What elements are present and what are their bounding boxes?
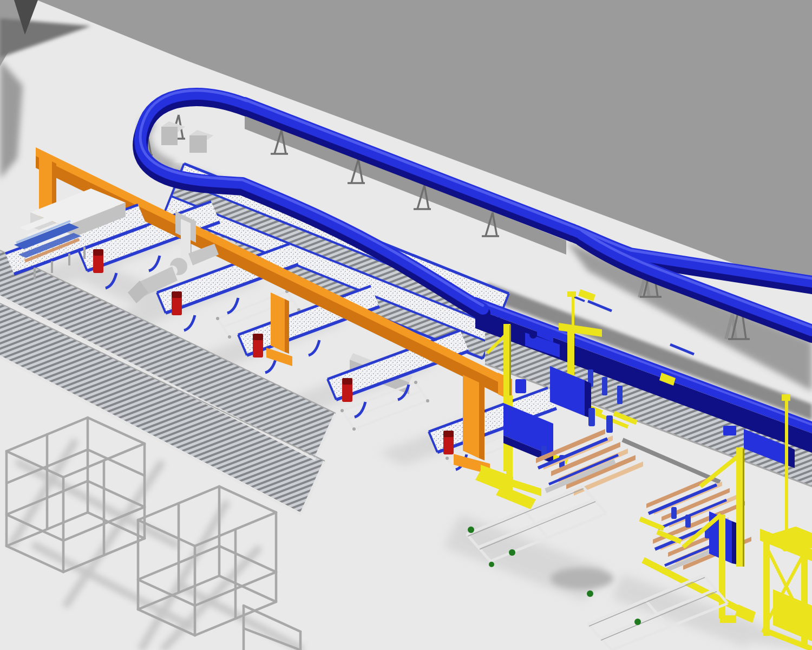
conveyor-end-shadow xyxy=(551,568,613,589)
plant-3d-render xyxy=(0,0,812,650)
render-viewport xyxy=(0,0,812,650)
